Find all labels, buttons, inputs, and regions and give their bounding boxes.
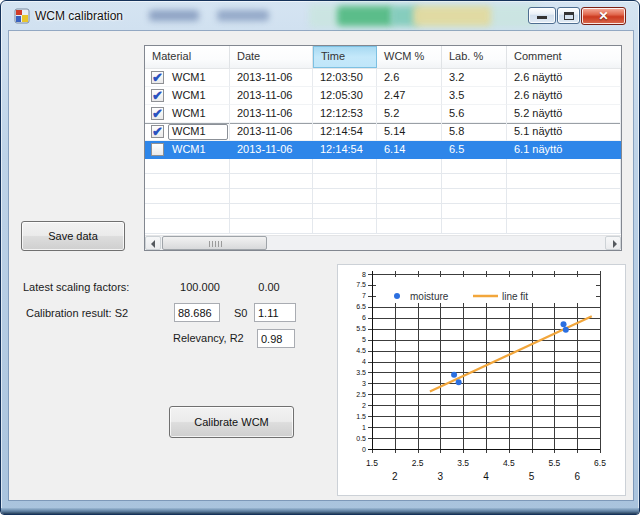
relevancy-field[interactable]	[257, 329, 295, 348]
cell-material: WCM1	[145, 141, 230, 159]
cell-time: 12:14:54	[313, 123, 377, 141]
cell-time: 12:14:54	[313, 141, 377, 159]
cell-lab: 5.6	[442, 105, 507, 123]
close-button[interactable]: ✕	[581, 7, 626, 25]
cell-material: WCM1✔	[145, 123, 230, 141]
focused-cell-outline	[168, 124, 228, 140]
svg-text:6: 6	[574, 471, 580, 482]
scroll-left-icon	[151, 240, 155, 248]
scroll-right-button[interactable]	[605, 236, 621, 250]
minimize-button[interactable]	[528, 7, 556, 24]
column-header-time[interactable]: Time	[313, 46, 377, 68]
s0-label: S0	[234, 307, 247, 319]
svg-text:2.5: 2.5	[412, 458, 424, 468]
svg-text:4.5: 4.5	[503, 458, 515, 468]
svg-text:4.5: 4.5	[356, 347, 366, 354]
column-header-comment[interactable]: Comment	[507, 46, 621, 68]
column-header-wcm-[interactable]: WCM %	[377, 46, 442, 68]
app-icon	[14, 8, 30, 24]
row-checkbox-checked[interactable]: ✔	[151, 71, 164, 84]
save-data-button[interactable]: Save data	[21, 221, 125, 251]
cell-date: 2013-11-06	[230, 105, 313, 123]
s0-field[interactable]	[254, 303, 296, 322]
svg-text:2.5: 2.5	[356, 391, 366, 398]
svg-text:4: 4	[362, 358, 366, 365]
calibrate-wcm-button[interactable]: Calibrate WCM	[169, 406, 294, 438]
cell-comment: 6.1 näyttö	[507, 141, 621, 159]
column-header-date[interactable]: Date	[230, 46, 313, 68]
empty-table-row	[145, 174, 621, 189]
cell-wcm: 5.2	[377, 105, 442, 123]
relevancy-label: Relevancy, R2	[173, 332, 244, 344]
table-row[interactable]: WCM1✔2013-11-0612:03:502.63.22.6 näyttö	[145, 69, 621, 87]
table-row[interactable]: WCM1✔2013-11-0612:14:545.145.85.1 näyttö	[145, 123, 621, 141]
cell-lab: 6.5	[442, 141, 507, 159]
row-checkbox-checked[interactable]: ✔	[151, 89, 164, 102]
chart-svg: 00.511.522.533.544.555.566.577.581.522.5…	[338, 265, 625, 495]
table-row[interactable]: WCM12013-11-0612:14:546.146.56.1 näyttö	[145, 141, 621, 159]
empty-table-row	[145, 219, 621, 234]
cell-material: WCM1✔	[145, 87, 230, 105]
maximize-icon	[564, 12, 574, 20]
empty-table-row	[145, 204, 621, 219]
client-area: MaterialDateTimeWCM %Lab. %Comment WCM1✔…	[9, 31, 633, 500]
svg-text:7: 7	[362, 292, 366, 299]
cell-comment: 5.2 näyttö	[507, 105, 621, 123]
table-body: WCM1✔2013-11-0612:03:502.63.22.6 näyttöW…	[145, 69, 621, 234]
scaling-factor-value-2: 0.00	[244, 281, 294, 293]
svg-text:4: 4	[483, 471, 489, 482]
column-header-material[interactable]: Material	[145, 46, 230, 68]
cell-wcm: 5.14	[377, 123, 442, 141]
table-row[interactable]: WCM1✔2013-11-0612:05:302.473.52.6 näyttö	[145, 87, 621, 105]
svg-text:1: 1	[362, 424, 366, 431]
svg-text:0.5: 0.5	[356, 435, 366, 442]
scroll-right-icon	[613, 240, 617, 248]
cell-time: 12:12:53	[313, 105, 377, 123]
horizontal-scrollbar[interactable]	[145, 235, 621, 250]
scaling-factors-label: Latest scaling factors:	[23, 281, 129, 293]
table-header: MaterialDateTimeWCM %Lab. %Comment	[145, 46, 621, 69]
row-checkbox-checked[interactable]: ✔	[151, 125, 164, 138]
svg-text:5: 5	[362, 336, 366, 343]
scaling-factor-value-1: 100.000	[170, 281, 230, 293]
svg-text:3: 3	[438, 471, 444, 482]
svg-text:2: 2	[362, 402, 366, 409]
table-row[interactable]: WCM1✔2013-11-0612:12:535.25.65.2 näyttö	[145, 105, 621, 123]
cell-date: 2013-11-06	[230, 141, 313, 159]
cell-comment: 5.1 näyttö	[507, 123, 621, 141]
svg-text:6: 6	[362, 314, 366, 321]
scroll-left-button[interactable]	[145, 236, 161, 250]
empty-table-row	[145, 159, 621, 174]
minimize-icon	[537, 16, 547, 19]
svg-text:3.5: 3.5	[457, 458, 469, 468]
svg-text:8: 8	[362, 271, 366, 278]
scrollbar-grip-icon	[209, 241, 222, 247]
scrollbar-thumb[interactable]	[162, 236, 267, 250]
svg-text:3.5: 3.5	[356, 369, 366, 376]
row-checkbox-checked[interactable]: ✔	[151, 107, 164, 120]
svg-text:5.5: 5.5	[356, 325, 366, 332]
cell-comment: 2.6 näyttö	[507, 87, 621, 105]
svg-text:1.5: 1.5	[366, 458, 378, 468]
maximize-button[interactable]	[557, 7, 580, 24]
calibration-result-field[interactable]	[174, 303, 220, 322]
svg-text:moisture: moisture	[410, 291, 449, 302]
cell-lab: 5.8	[442, 123, 507, 141]
cell-date: 2013-11-06	[230, 69, 313, 87]
svg-text:7.5: 7.5	[356, 281, 366, 288]
cell-lab: 3.2	[442, 69, 507, 87]
cell-time: 12:05:30	[313, 87, 377, 105]
cell-material: WCM1✔	[145, 69, 230, 87]
window-bottom-edge	[1, 508, 639, 514]
row-checkbox-unchecked[interactable]	[151, 143, 164, 156]
cell-date: 2013-11-06	[230, 87, 313, 105]
cell-wcm: 6.14	[377, 141, 442, 159]
cell-time: 12:03:50	[313, 69, 377, 87]
calibration-table: MaterialDateTimeWCM %Lab. %Comment WCM1✔…	[144, 45, 622, 251]
svg-text:5.5: 5.5	[548, 458, 560, 468]
svg-text:6.5: 6.5	[356, 303, 366, 310]
cell-material: WCM1✔	[145, 105, 230, 123]
column-header-lab-[interactable]: Lab. %	[442, 46, 507, 68]
cell-lab: 3.5	[442, 87, 507, 105]
svg-text:5: 5	[529, 471, 535, 482]
